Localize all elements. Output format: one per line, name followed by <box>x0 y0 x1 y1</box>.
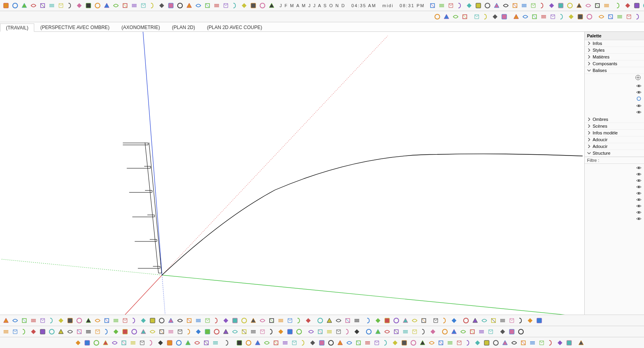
dist-v-icon[interactable] <box>327 338 335 347</box>
tag-row-0[interactable] <box>585 83 644 89</box>
box-5-icon[interactable] <box>498 316 507 325</box>
palette-section-2[interactable]: Matières <box>585 54 644 60</box>
palette-section2-3[interactable]: Adoucir <box>585 136 644 143</box>
tiny-cursor-icon[interactable] <box>235 338 244 347</box>
palette-section2-1[interactable]: Scènes <box>585 123 644 130</box>
arrow-up-icon[interactable] <box>240 316 249 325</box>
grid-6-icon[interactable] <box>556 1 565 10</box>
mat-1-icon[interactable] <box>110 338 119 347</box>
scissors-icon[interactable] <box>66 1 74 10</box>
box-3-icon[interactable] <box>480 316 489 325</box>
follow-me-tool[interactable] <box>148 1 157 10</box>
cabinet-6-icon[interactable] <box>267 327 276 336</box>
cube-orange-icon[interactable] <box>440 316 449 325</box>
pad-1-icon[interactable] <box>498 327 507 336</box>
fx-a-icon[interactable] <box>374 316 382 325</box>
push-pull-tool[interactable] <box>29 1 38 10</box>
win-cut-icon[interactable] <box>57 327 65 336</box>
scene-tab-1[interactable]: (PERSPECTIVE AVEC OMBRE) <box>34 23 115 31</box>
arrow-both-icon[interactable] <box>249 316 258 325</box>
position-camera-tool[interactable] <box>483 1 492 10</box>
mirror-icon[interactable] <box>500 12 509 21</box>
protractor-tool[interactable] <box>231 1 239 10</box>
view-iso-icon[interactable] <box>460 12 469 21</box>
structure-row-7[interactable] <box>585 209 644 216</box>
sphere-icon[interactable] <box>535 316 544 325</box>
node-5-icon[interactable] <box>401 327 410 336</box>
layer-2-icon[interactable] <box>212 316 221 325</box>
clapper-icon[interactable] <box>401 316 410 325</box>
cube-lg-2-icon[interactable] <box>83 338 92 347</box>
tile-3-icon[interactable] <box>354 338 363 347</box>
pointer-icon[interactable] <box>316 327 325 336</box>
select-tool[interactable] <box>2 1 10 10</box>
tile-5-icon[interactable] <box>372 338 381 347</box>
palette-section-3[interactable]: Composants <box>585 60 644 67</box>
frame-5-icon[interactable] <box>477 327 486 336</box>
cabinet-9-icon[interactable] <box>295 327 303 336</box>
wall-13-icon[interactable] <box>203 327 212 336</box>
view-top-icon[interactable] <box>451 12 460 21</box>
dimension-tool[interactable] <box>203 1 212 10</box>
viewport-3d[interactable] <box>0 32 584 315</box>
scene-tab-4[interactable]: (PLAN 2D AVEC COUPE) <box>201 23 268 31</box>
tile-2-icon[interactable] <box>345 338 354 347</box>
roof-1-icon[interactable] <box>130 316 139 325</box>
bolt-sm-icon[interactable] <box>276 316 285 325</box>
tool-a-icon[interactable] <box>597 12 606 21</box>
view-back-icon[interactable] <box>442 12 451 21</box>
pad-2-icon[interactable] <box>507 327 516 336</box>
pan-tool[interactable] <box>267 1 276 10</box>
tile-6-icon[interactable] <box>382 338 390 347</box>
grid-8-icon[interactable] <box>575 1 583 10</box>
win-copy-icon[interactable] <box>75 327 84 336</box>
shape-cube2-green-icon[interactable] <box>539 12 548 21</box>
target-icon[interactable] <box>325 316 334 325</box>
tile-13-icon[interactable] <box>446 338 454 347</box>
curve-1-icon[interactable] <box>614 1 623 10</box>
box-clock-icon[interactable] <box>507 316 516 325</box>
tool-c-icon[interactable] <box>615 12 624 21</box>
wall-1-icon[interactable] <box>93 327 102 336</box>
palette-section2-2[interactable]: Infos modèle <box>585 130 644 136</box>
freehand-tool[interactable] <box>240 1 249 10</box>
add-tag-button[interactable] <box>585 74 644 82</box>
align-center-icon[interactable] <box>272 338 280 347</box>
win-grid-icon[interactable] <box>47 327 56 336</box>
structure-row-0[interactable] <box>585 165 644 171</box>
move-tool[interactable] <box>38 1 47 10</box>
tag-row-1[interactable] <box>585 89 644 95</box>
door-8-icon[interactable] <box>66 316 74 325</box>
dot-grid-2-icon[interactable] <box>491 338 500 347</box>
shape-diamond-red-icon[interactable] <box>548 12 557 21</box>
scene-tab-3[interactable]: (PLAN 2D) <box>166 23 201 31</box>
shape-cube-red-icon[interactable] <box>567 12 575 21</box>
view-front-icon[interactable] <box>433 12 442 21</box>
frame-3-icon[interactable] <box>459 327 468 336</box>
tool-d-icon[interactable] <box>624 12 633 21</box>
win-paste-icon[interactable] <box>66 327 74 336</box>
move-xy-icon[interactable] <box>325 327 334 336</box>
box-2-icon[interactable] <box>471 316 480 325</box>
win-5-icon[interactable] <box>38 327 47 336</box>
film-icon[interactable] <box>343 316 352 325</box>
scale-tool[interactable] <box>57 1 65 10</box>
shape-cube2-red-icon[interactable] <box>576 12 585 21</box>
box-green-icon[interactable] <box>517 316 525 325</box>
node-2-icon[interactable] <box>374 327 382 336</box>
undo-icon[interactable] <box>166 1 175 10</box>
palette-section2-4[interactable]: Adoucir <box>585 143 644 150</box>
arc-tool[interactable] <box>130 1 139 10</box>
shape-cube-green-icon[interactable] <box>530 12 539 21</box>
flag-red-icon[interactable] <box>472 12 481 21</box>
zoom-extents-icon[interactable] <box>446 1 455 10</box>
num-11-icon[interactable] <box>267 316 276 325</box>
node-3-icon[interactable] <box>383 327 391 336</box>
win-4-icon[interactable] <box>29 327 38 336</box>
texture-panel-icon[interactable] <box>585 12 594 21</box>
bolt-crossed-icon[interactable] <box>286 316 294 325</box>
tag-row-4[interactable] <box>585 109 644 115</box>
tile-12-icon[interactable] <box>437 338 445 347</box>
dot-grid-8-icon[interactable] <box>546 338 555 347</box>
section-cut-icon[interactable] <box>185 316 194 325</box>
